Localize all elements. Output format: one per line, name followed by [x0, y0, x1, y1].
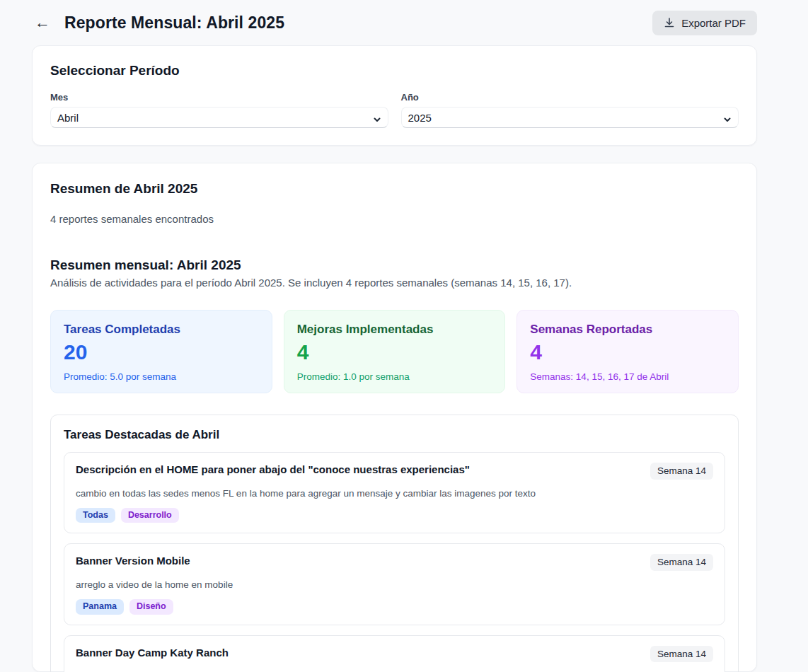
task-tags: Panama Diseño: [76, 599, 713, 615]
tag-badge: Panama: [76, 599, 124, 615]
task-card: Descripción en el HOME para poner abajo …: [64, 452, 725, 533]
year-label: Año: [401, 92, 739, 103]
task-description: arreglo a video de la home en mobile: [76, 579, 713, 591]
year-field: Año 2025: [401, 92, 739, 128]
task-title: Banner Version Mobile: [76, 554, 190, 568]
download-icon: [664, 17, 675, 28]
stat-card-tareas-completadas: Tareas Completadas 20 Promedio: 5.0 por …: [50, 310, 272, 393]
task-title: Descripción en el HOME para poner abajo …: [76, 463, 470, 477]
tag-badge: Diseño: [129, 599, 173, 615]
monthly-summary-description: Análisis de actividades para el período …: [50, 277, 739, 289]
month-field: Mes Abril: [50, 92, 388, 128]
featured-tasks-title: Tareas Destacadas de Abril: [64, 428, 725, 442]
stat-card-mejoras-implementadas: Mejoras Implementadas 4 Promedio: 1.0 po…: [284, 310, 506, 393]
summary-card: Resumen de Abril 2025 4 reportes semanal…: [32, 163, 757, 672]
export-pdf-button[interactable]: Exportar PDF: [652, 11, 757, 35]
page-title: Reporte Mensual: Abril 2025: [64, 13, 284, 33]
reports-found-text: 4 reportes semanales encontrados: [50, 213, 739, 225]
task-description: cambio en todas las sedes menos FL en la…: [76, 487, 713, 500]
stats-row: Tareas Completadas 20 Promedio: 5.0 por …: [50, 310, 739, 393]
stat-value: 4: [530, 342, 725, 363]
period-grid: Mes Abril Año 2025: [50, 92, 739, 128]
month-select-value: Abril: [57, 112, 79, 124]
week-badge: Semana 14: [650, 646, 713, 663]
tag-badge: Desarrollo: [121, 508, 179, 523]
year-select[interactable]: 2025: [401, 107, 739, 128]
task-header: Banner Version Mobile Semana 14: [76, 554, 713, 571]
chevron-down-icon: [723, 114, 732, 126]
week-badge: Semana 14: [650, 463, 713, 480]
stat-subtitle: Semanas: 14, 15, 16, 17 de Abril: [530, 371, 725, 382]
task-header: Banner Day Camp Katy Ranch Semana 14: [76, 646, 713, 663]
back-arrow-icon: ←: [35, 13, 50, 32]
stat-subtitle: Promedio: 1.0 por semana: [297, 371, 492, 382]
period-card: Seleccionar Período Mes Abril Año 2025: [32, 45, 757, 146]
month-label: Mes: [50, 92, 388, 103]
export-pdf-label: Exportar PDF: [681, 17, 746, 29]
period-card-title: Seleccionar Período: [50, 63, 739, 79]
stat-value: 4: [297, 342, 492, 363]
summary-title: Resumen de Abril 2025: [50, 181, 739, 197]
stat-title: Semanas Reportadas: [530, 323, 725, 337]
week-badge: Semana 14: [650, 554, 713, 571]
stat-value: 20: [64, 342, 259, 363]
year-select-value: 2025: [408, 112, 432, 124]
task-tags: Todas Desarrollo: [76, 508, 713, 523]
stat-card-semanas-reportadas: Semanas Reportadas 4 Semanas: 14, 15, 16…: [516, 310, 739, 393]
back-button[interactable]: ←: [32, 12, 53, 33]
stat-title: Tareas Completadas: [64, 323, 259, 337]
month-select[interactable]: Abril: [50, 107, 388, 128]
stat-title: Mejoras Implementadas: [297, 323, 492, 337]
header: ← Reporte Mensual: Abril 2025 Exportar P…: [32, 0, 757, 30]
stat-subtitle: Promedio: 5.0 por semana: [64, 371, 259, 382]
chevron-down-icon: [373, 114, 381, 126]
tag-badge: Todas: [76, 508, 115, 523]
task-card: Banner Day Camp Katy Ranch Semana 14 arr…: [64, 635, 725, 672]
task-card: Banner Version Mobile Semana 14 arreglo …: [64, 543, 725, 625]
featured-tasks-section: Tareas Destacadas de Abril Descripción e…: [50, 415, 739, 672]
monthly-summary-title: Resumen mensual: Abril 2025: [50, 257, 739, 273]
task-header: Descripción en el HOME para poner abajo …: [76, 463, 713, 480]
task-title: Banner Day Camp Katy Ranch: [76, 646, 229, 660]
page-container: ← Reporte Mensual: Abril 2025 Exportar P…: [32, 0, 757, 672]
